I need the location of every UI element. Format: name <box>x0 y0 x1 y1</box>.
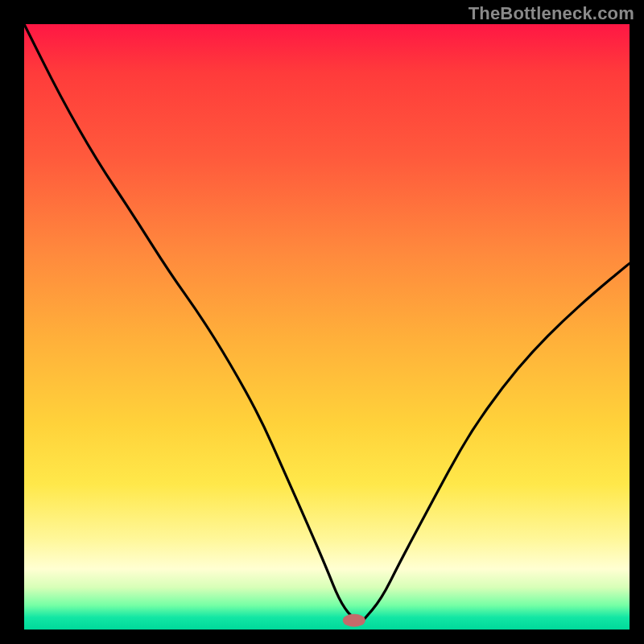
curve-left-branch <box>24 24 363 621</box>
bottleneck-marker <box>343 614 365 627</box>
bottleneck-curve <box>24 24 630 630</box>
chart-frame: TheBottleneck.com <box>0 0 644 644</box>
plot-area <box>24 24 630 630</box>
curve-right-branch <box>363 263 630 621</box>
watermark-text: TheBottleneck.com <box>469 3 634 24</box>
